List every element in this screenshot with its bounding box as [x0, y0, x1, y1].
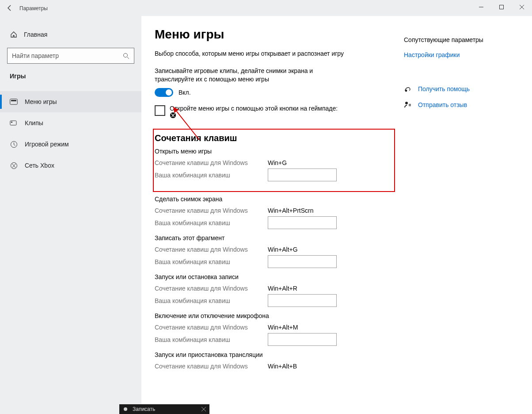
gamepad-checkbox-label: Откройте меню игры с помощью этой кнопки… — [170, 105, 338, 119]
window-minimize-button[interactable] — [471, 0, 491, 14]
graphics-settings-link[interactable]: Настройки графики — [404, 51, 460, 58]
svg-point-10 — [405, 102, 408, 104]
record-text: Записать — [133, 406, 155, 412]
system-bar-fragment: Записать — [119, 404, 209, 414]
shortcut-custom-label: Ваша комбинация клавиш — [155, 219, 268, 226]
gamepad-checkbox[interactable] — [155, 105, 165, 116]
shortcut-win-label: Сочетание клавиш для Windows — [155, 159, 268, 166]
svg-point-1 — [124, 53, 128, 57]
nav-home[interactable]: Главная — [0, 26, 141, 43]
shortcut-block-3: Запуск или остановка записи Сочетание кл… — [155, 273, 395, 307]
shortcut-title: Запуск или остановка записи — [155, 273, 395, 280]
record-description: Записывайте игровые клипы, делайте снимк… — [155, 67, 349, 84]
shortcut-title: Включение или отключение микрофона — [155, 312, 395, 319]
shortcut-win-label: Сочетание клавиш для Windows — [155, 246, 268, 253]
shortcut-custom-label: Ваша комбинация клавиш — [155, 172, 268, 179]
minimize-icon — [479, 5, 483, 9]
sidebar-item-game-bar[interactable]: Меню игры — [0, 91, 141, 112]
shortcut-block-0: Открыть меню игры Сочетание клавиш для W… — [155, 148, 390, 181]
main-content: Меню игры Выбор способа, которым меню иг… — [155, 24, 395, 401]
shortcut-custom-label: Ваша комбинация клавиш — [155, 258, 268, 265]
shortcut-block-1: Сделать снимок экрана Сочетание клавиш д… — [155, 196, 395, 229]
shortcut-win-value: Win+Alt+B — [268, 363, 297, 370]
sidebar-item-label: Меню игры — [25, 98, 57, 105]
shortcut-block-4: Включение или отключение микрофона Сочет… — [155, 312, 395, 346]
nav-home-label: Главная — [24, 31, 47, 38]
sysbar-close-icon[interactable] — [201, 407, 206, 411]
page-heading: Меню игры — [155, 27, 395, 42]
window-maximize-button[interactable] — [491, 0, 512, 14]
shortcut-custom-label: Ваша комбинация клавиш — [155, 336, 268, 343]
shortcut-win-value: Win+Alt+PrtScrn — [268, 207, 313, 214]
search-icon — [123, 53, 129, 59]
sidebar: Главная Найти параметр Игры Меню игры — [0, 16, 141, 414]
toggle-label: Вкл. — [179, 89, 191, 96]
shortcut-win-value: Win+Alt+M — [268, 324, 298, 331]
svg-rect-5 — [11, 122, 12, 123]
sidebar-item-label: Игровой режим — [25, 141, 69, 148]
svg-rect-3 — [11, 100, 16, 101]
related-aside: Сопутствующие параметры Настройки график… — [404, 24, 519, 401]
svg-point-9 — [405, 90, 407, 92]
shortcut-custom-input[interactable] — [268, 333, 337, 346]
sidebar-item-label: Сеть Xbox — [25, 162, 54, 169]
titlebar: Параметры — [0, 0, 532, 16]
shortcut-custom-input[interactable] — [268, 216, 337, 229]
back-button[interactable] — [0, 5, 19, 11]
home-icon — [10, 31, 18, 38]
svg-rect-0 — [500, 5, 504, 9]
shortcut-title: Открыть меню игры — [155, 148, 390, 155]
svg-rect-4 — [10, 121, 16, 125]
gamemode-icon — [10, 141, 18, 148]
record-indicator-icon — [123, 406, 128, 412]
shortcut-custom-input[interactable] — [268, 169, 337, 181]
shortcut-block-2: Записать этот фрагмент Сочетание клавиш … — [155, 234, 395, 268]
search-input[interactable]: Найти параметр — [7, 48, 134, 64]
close-icon — [520, 5, 524, 9]
help-icon — [404, 85, 412, 93]
shortcut-win-label: Сочетание клавиш для Windows — [155, 285, 268, 292]
shortcuts-heading: Сочетания клавиш — [155, 133, 390, 143]
svg-rect-2 — [10, 99, 18, 105]
game-bar-toggle[interactable] — [155, 88, 173, 97]
shortcut-title: Сделать снимок экрана — [155, 196, 395, 203]
page-intro: Выбор способа, которым меню игры открыва… — [155, 50, 349, 58]
window-title: Параметры — [19, 4, 48, 12]
xbox-button-icon — [170, 112, 176, 119]
shortcut-win-label: Сочетание клавиш для Windows — [155, 324, 268, 331]
clips-icon — [10, 120, 18, 126]
search-placeholder: Найти параметр — [12, 52, 59, 59]
shortcut-block-5: Запуск или приостановка трансляции Сочет… — [155, 351, 395, 372]
shortcut-title: Запуск или приостановка трансляции — [155, 351, 395, 358]
shortcut-win-value: Win+Alt+R — [268, 285, 297, 292]
related-heading: Сопутствующие параметры — [404, 36, 519, 43]
sidebar-item-clips[interactable]: Клипы — [0, 112, 141, 134]
xbox-icon — [10, 162, 18, 169]
highlight-box: Сочетания клавиш Открыть меню игры Сочет… — [153, 129, 395, 192]
arrow-left-icon — [7, 5, 13, 11]
gamebar-icon — [10, 99, 18, 105]
sidebar-category: Игры — [0, 70, 141, 83]
svg-point-12 — [124, 407, 127, 411]
shortcut-win-label: Сочетание клавиш для Windows — [155, 207, 268, 214]
shortcut-win-value: Win+G — [268, 159, 287, 166]
shortcut-custom-label: Ваша комбинация клавиш — [155, 297, 268, 304]
maximize-icon — [499, 5, 504, 9]
send-feedback-link[interactable]: Отправить отзыв — [418, 101, 467, 108]
shortcut-title: Записать этот фрагмент — [155, 234, 395, 242]
shortcut-win-label: Сочетание клавиш для Windows — [155, 363, 268, 370]
sidebar-item-label: Клипы — [25, 119, 43, 126]
feedback-icon — [404, 101, 412, 109]
sidebar-item-xbox-network[interactable]: Сеть Xbox — [0, 155, 141, 176]
shortcut-custom-input[interactable] — [268, 294, 337, 307]
get-help-link[interactable]: Получить помощь — [418, 85, 470, 92]
window-close-button[interactable] — [512, 0, 532, 14]
shortcut-custom-input[interactable] — [268, 255, 337, 268]
sidebar-item-game-mode[interactable]: Игровой режим — [0, 134, 141, 155]
shortcut-win-value: Win+Alt+G — [268, 246, 298, 253]
